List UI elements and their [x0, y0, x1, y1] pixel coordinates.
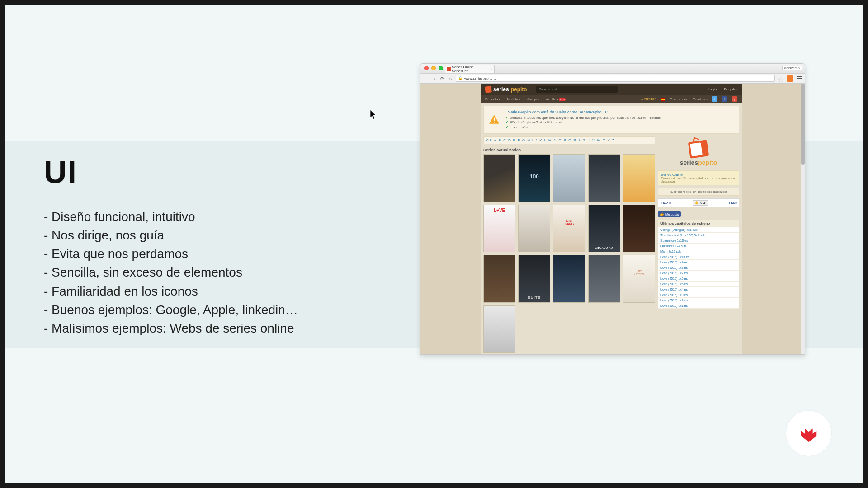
episode-link[interactable]: Love (2016) 1x3 es — [658, 292, 739, 298]
az-link[interactable]: A — [494, 138, 496, 142]
poster-item[interactable]: LifePieces — [623, 255, 655, 302]
az-link[interactable]: X — [603, 138, 605, 142]
az-link[interactable]: B — [499, 138, 501, 142]
az-link[interactable]: Q — [568, 138, 571, 142]
forward-icon[interactable]: → — [431, 76, 437, 81]
sidebar-logo[interactable]: seriespepito — [658, 136, 739, 170]
facebook-icon[interactable]: f — [722, 96, 727, 102]
episode-link[interactable]: Love (2016) 1x6 es — [658, 276, 739, 282]
episode-link[interactable]: Vikings (Vikingos) 4x1 sub — [658, 227, 739, 233]
poster-item[interactable] — [623, 205, 655, 252]
az-link[interactable]: L — [544, 138, 546, 142]
az-link[interactable]: Y — [607, 138, 609, 142]
poster-item[interactable]: SUITS — [518, 255, 550, 302]
poster-item[interactable]: BIGBANG — [553, 205, 585, 252]
poster-item[interactable] — [553, 255, 585, 302]
window-titlebar: Series Online. SeriesPep… × acidzitroo — [420, 64, 805, 74]
poster-item[interactable] — [483, 255, 515, 302]
az-link[interactable]: W — [597, 138, 601, 142]
home-icon[interactable]: ⌂ — [448, 76, 453, 81]
social-heading: ¡SeriesPepito en las redes sociales! — [658, 188, 739, 196]
bullet-item: Familiaridad en los iconos — [44, 282, 298, 300]
twitter-icon[interactable]: t — [712, 96, 717, 102]
az-link[interactable]: K — [539, 138, 542, 142]
nav-comunidad[interactable]: Comunidad — [670, 97, 689, 101]
az-link[interactable]: J — [535, 138, 537, 142]
az-link[interactable]: U — [587, 138, 590, 142]
poster-grid: 100 L♥VE BIGBANG CHICAGO P.D. SUITS — [483, 154, 655, 353]
register-link[interactable]: Registro — [724, 87, 737, 91]
episode-link[interactable]: Love (2016) 1x2 es — [658, 298, 739, 303]
episode-link[interactable]: Superstore 1x10 es — [658, 238, 739, 244]
episode-link[interactable]: The Hundred (Los 100) 3x5 sub — [658, 233, 739, 238]
az-link[interactable]: O — [559, 138, 561, 142]
close-icon[interactable] — [424, 66, 429, 70]
episode-link[interactable]: Love (2016) 1x10 es — [658, 254, 739, 260]
az-link[interactable]: E — [513, 138, 515, 142]
az-link[interactable]: M — [548, 138, 552, 142]
episode-link[interactable]: Love (2016) 1x5 es — [658, 282, 739, 287]
poster-item[interactable] — [518, 205, 550, 252]
fb-gusta-button[interactable]: 👍Me gusta — [658, 211, 681, 217]
az-link[interactable]: G — [522, 138, 525, 142]
url-input[interactable]: 🔒 www.seriespepito.to — [456, 75, 775, 82]
slide-title: UI — [44, 154, 298, 190]
episode-link[interactable]: Love (2016) 1x7 es — [658, 271, 739, 276]
minimize-icon[interactable] — [431, 66, 436, 70]
nav-peliculas[interactable]: Películas — [485, 97, 500, 101]
poster-item[interactable] — [553, 154, 585, 202]
search-input[interactable]: Buscar serie — [536, 86, 618, 93]
az-link[interactable]: H — [527, 138, 530, 142]
nav-colabora[interactable]: Colabora — [693, 97, 708, 101]
search-placeholder: Buscar serie — [539, 87, 559, 91]
poster-item[interactable] — [483, 305, 515, 353]
googleplus-icon[interactable]: g+ — [732, 96, 737, 102]
nav-noticias[interactable]: Noticias — [507, 97, 519, 101]
episode-link[interactable]: Mom 3x12 sub — [658, 249, 739, 254]
az-link[interactable]: I — [532, 138, 533, 142]
nav-juegos[interactable]: Juegos — [527, 97, 539, 101]
poster-item[interactable]: CHICAGO P.D. — [588, 205, 620, 252]
notice-title[interactable]: ¡ SeriesPepito.com está de vuelta como S… — [505, 110, 734, 114]
scrollbar-thumb[interactable] — [801, 84, 805, 165]
az-link[interactable]: Z — [612, 138, 614, 142]
hamburger-icon[interactable] — [796, 75, 802, 82]
episode-link[interactable]: Love (2016) 1x1 es — [658, 303, 739, 309]
episode-link[interactable]: Love (2016) 1x4 es — [658, 287, 739, 292]
poster-item[interactable] — [588, 255, 620, 302]
nav-atencion[interactable]: ★ Atención — [641, 97, 656, 101]
browser-tab[interactable]: Series Online. SeriesPep… × — [445, 65, 495, 73]
maximize-icon[interactable] — [439, 66, 443, 70]
az-link[interactable]: V — [592, 138, 594, 142]
episode-link[interactable]: Love (2016) 1x8 es — [658, 265, 739, 271]
site-logo[interactable]: seriespepito — [485, 86, 527, 93]
fb-like-button[interactable]: 👍6041 — [693, 200, 709, 206]
episode-link[interactable]: Love (2016) 1x9 es — [658, 260, 739, 265]
az-link[interactable]: R — [573, 138, 576, 142]
poster-item[interactable]: L♥VE — [483, 205, 515, 252]
login-link[interactable]: Login — [708, 87, 717, 91]
notice-line: #SeriesPepito #Series #Libertad — [510, 120, 562, 125]
poster-item[interactable] — [588, 154, 620, 202]
brand-badge[interactable] — [786, 411, 831, 456]
episode-link[interactable]: Outsiders 1x4 sub — [658, 244, 739, 249]
az-link[interactable]: D — [508, 138, 511, 142]
az-link[interactable]: T — [583, 138, 585, 142]
az-link[interactable]: F — [518, 138, 520, 142]
az-link[interactable]: P — [564, 138, 566, 142]
back-icon[interactable]: ← — [423, 76, 429, 81]
bookmark-icon[interactable]: ☆ — [778, 75, 784, 82]
poster-item[interactable] — [483, 154, 515, 202]
close-tab-icon[interactable]: × — [490, 67, 492, 71]
nav-adultos[interactable]: Adultos+18 — [546, 97, 566, 101]
poster-item[interactable] — [623, 154, 655, 202]
az-link[interactable]: 0-9 — [486, 138, 492, 142]
az-link[interactable]: N — [554, 138, 557, 142]
reload-icon[interactable]: ⟳ — [439, 76, 445, 81]
az-link[interactable]: C — [503, 138, 506, 142]
profile-badge[interactable]: acidzitroo — [782, 66, 802, 70]
notice-more[interactable]: …leer más — [510, 125, 528, 130]
extension-icon[interactable] — [787, 75, 793, 82]
poster-item[interactable]: 100 — [518, 154, 550, 202]
az-link[interactable]: S — [578, 138, 580, 142]
